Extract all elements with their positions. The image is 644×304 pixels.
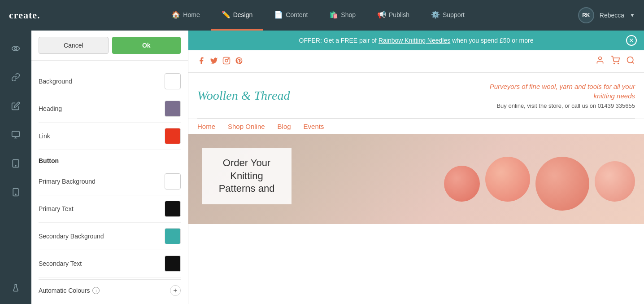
design-icon: ✏️ xyxy=(222,10,231,19)
brand-tagline: Purveyors of fine wool, yarn and tools f… xyxy=(478,82,635,109)
support-icon: ⚙️ xyxy=(431,10,440,19)
main-layout: Cancel Ok Background Heading Link Button xyxy=(0,31,644,304)
sidebar-icon-eye[interactable] xyxy=(7,40,25,57)
svg-point-9 xyxy=(599,57,602,60)
secondary-text-label: Secondary Text xyxy=(39,260,82,267)
auto-colours-label: Automatic Colours i xyxy=(39,287,100,294)
chevron-down-icon: ▼ xyxy=(630,12,635,18)
button-section-title: Button xyxy=(39,150,181,168)
link-swatch[interactable] xyxy=(165,128,181,144)
offer-text: OFFER: Get a FREE pair of Rainbow Knitti… xyxy=(299,37,534,44)
nav-events[interactable]: Events xyxy=(304,123,324,130)
heading-label: Heading xyxy=(39,105,62,112)
color-row-primary-text: Primary Text xyxy=(39,195,181,223)
background-swatch[interactable] xyxy=(165,73,181,89)
secondary-text-swatch[interactable] xyxy=(165,256,181,272)
nav-blog[interactable]: Blog xyxy=(278,123,291,130)
yarn-decoration xyxy=(444,157,635,202)
link-label: Link xyxy=(39,132,50,140)
automatic-colours-row: Automatic Colours i + xyxy=(39,279,181,301)
color-row-link: Link xyxy=(39,123,181,150)
hero-area: Order Your Knitting Patterns and xyxy=(188,134,644,224)
website-preview: Woollen & Thread Purveyors of fine wool,… xyxy=(188,50,644,304)
offer-close-button[interactable]: ✕ xyxy=(626,35,637,46)
header-right-icons xyxy=(596,56,635,67)
primary-text-swatch[interactable] xyxy=(165,201,181,217)
user-name[interactable]: Rebecca xyxy=(600,12,624,19)
top-navigation: create. 🏠 Home ✏️ Design 📄 Content 🛍️ Sh… xyxy=(0,0,644,31)
facebook-icon[interactable] xyxy=(197,57,205,66)
background-label: Background xyxy=(39,78,72,85)
sidebar-icon-edit[interactable] xyxy=(7,97,25,115)
home-icon: 🏠 xyxy=(171,10,180,19)
svg-point-0 xyxy=(12,46,19,51)
hero-text: Order Your Knitting Patterns and xyxy=(211,157,283,195)
offer-banner: OFFER: Get a FREE pair of Rainbow Knitti… xyxy=(188,31,644,50)
info-icon[interactable]: i xyxy=(92,287,100,294)
nav-item-publish[interactable]: 📢 Publish xyxy=(366,0,420,31)
cancel-button[interactable]: Cancel xyxy=(39,37,109,54)
primary-bg-label: Primary Background xyxy=(39,178,96,185)
svg-point-1 xyxy=(14,48,17,50)
yarn-ball-2 xyxy=(485,157,530,202)
yarn-ball-4 xyxy=(595,161,635,202)
primary-text-label: Primary Text xyxy=(39,205,74,212)
svg-point-6 xyxy=(15,194,16,195)
sidebar-icon-mobile[interactable] xyxy=(7,183,25,201)
yarn-ball-3 xyxy=(535,157,589,211)
primary-bg-swatch[interactable] xyxy=(165,173,181,189)
sidebar-icon-desktop[interactable] xyxy=(7,126,25,144)
account-icon[interactable] xyxy=(596,56,605,67)
site-nav: Home Shop Online Blog Events xyxy=(188,119,644,134)
svg-rect-7 xyxy=(223,57,230,64)
nav-shop-online[interactable]: Shop Online xyxy=(228,123,265,130)
shop-icon: 🛍️ xyxy=(329,10,338,19)
content-icon: 📄 xyxy=(274,10,283,19)
twitter-icon[interactable] xyxy=(210,57,218,66)
secondary-bg-swatch[interactable] xyxy=(165,228,181,244)
publish-icon: 📢 xyxy=(377,10,386,19)
svg-point-11 xyxy=(618,63,619,64)
svg-rect-2 xyxy=(12,132,19,137)
avatar[interactable]: RK xyxy=(578,7,594,23)
nav-links: 🏠 Home ✏️ Design 📄 Content 🛍️ Shop 📢 Pub… xyxy=(58,0,578,31)
sidebar-icon-tablet[interactable] xyxy=(7,154,25,172)
svg-point-8 xyxy=(228,58,229,59)
logo[interactable]: create. xyxy=(9,9,40,21)
nav-item-support[interactable]: ⚙️ Support xyxy=(420,0,475,31)
contact-text: Buy online, visit the store, or call us … xyxy=(478,102,635,109)
search-icon[interactable] xyxy=(626,56,635,67)
sidebar-icon-flask[interactable] xyxy=(7,279,25,297)
sidebar-icons xyxy=(0,31,31,304)
nav-item-content[interactable]: 📄 Content xyxy=(263,0,318,31)
tagline-text: Purveyors of fine wool, yarn and tools f… xyxy=(478,82,635,101)
brand-area: Woollen & Thread Purveyors of fine wool,… xyxy=(188,73,644,118)
color-row-secondary-bg: Secondary Background xyxy=(39,223,181,250)
social-icons xyxy=(197,57,243,66)
nav-item-shop[interactable]: 🛍️ Shop xyxy=(318,0,366,31)
sidebar-icon-link[interactable] xyxy=(7,68,25,86)
preview-area: OFFER: Get a FREE pair of Rainbow Knitti… xyxy=(188,31,644,304)
pinterest-icon[interactable] xyxy=(235,57,243,66)
add-automatic-colour-button[interactable]: + xyxy=(170,285,181,296)
cart-icon[interactable] xyxy=(611,56,620,67)
color-panel: Cancel Ok Background Heading Link Button xyxy=(31,31,188,304)
nav-item-design[interactable]: ✏️ Design xyxy=(211,0,264,31)
nav-home[interactable]: Home xyxy=(197,123,215,130)
instagram-icon[interactable] xyxy=(222,57,231,66)
site-header xyxy=(188,50,644,73)
heading-swatch[interactable] xyxy=(165,101,181,117)
panel-content: Background Heading Link Button Primary B… xyxy=(31,61,188,304)
nav-item-home[interactable]: 🏠 Home xyxy=(161,0,210,31)
color-row-secondary-text: Secondary Text xyxy=(39,250,181,278)
hero-text-box: Order Your Knitting Patterns and xyxy=(202,148,292,204)
color-row-background: Background xyxy=(39,68,181,95)
color-row-heading: Heading xyxy=(39,95,181,123)
secondary-bg-label: Secondary Background xyxy=(39,233,104,240)
color-row-primary-bg: Primary Background xyxy=(39,168,181,195)
ok-button[interactable]: Ok xyxy=(112,37,181,54)
offer-link[interactable]: Rainbow Knitting Needles xyxy=(379,37,450,44)
svg-line-13 xyxy=(632,62,634,64)
nav-right: RK Rebecca ▼ xyxy=(578,7,635,23)
svg-point-4 xyxy=(15,165,16,166)
